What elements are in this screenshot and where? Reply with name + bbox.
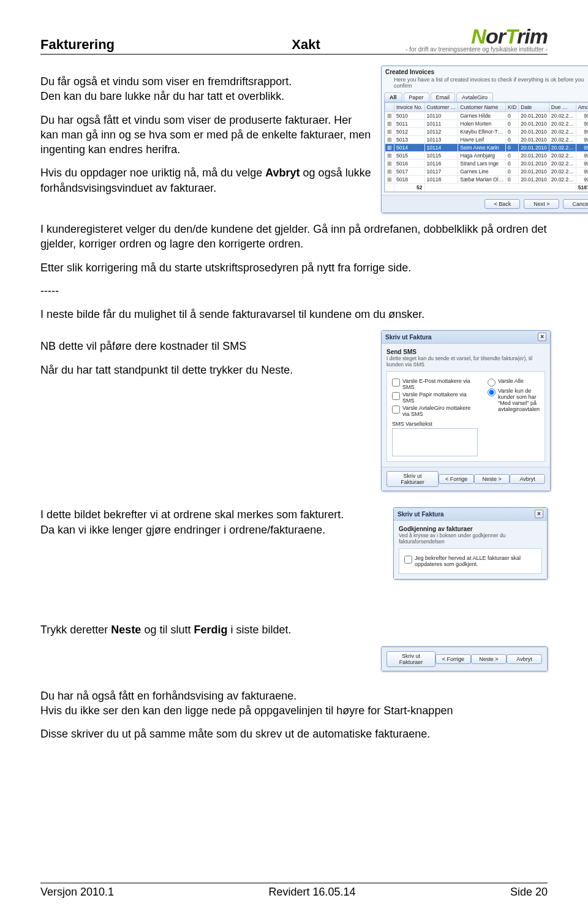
footer-version: Versjon 2010.1 [40, 886, 114, 899]
confirm-checkbox[interactable]: Jeg bekrefter herved at ALLE fakturaer s… [404, 555, 537, 567]
tab-avtalegiro[interactable]: AvtaleGiro [456, 92, 493, 102]
created-invoices-panel: Created Invoices Here you have a list of… [381, 66, 588, 213]
table-row[interactable]: ⊞501610116Strand Lars Inge020.01.201020.… [385, 160, 589, 168]
footer-revised: Revidert 16.05.14 [114, 886, 510, 899]
panel-heading: Created Invoices [385, 69, 588, 75]
send-sms-panel: Skriv ut Faktura × Send SMS I dette steg… [381, 330, 551, 491]
column-header[interactable]: Customer Name [458, 103, 506, 112]
paragraph: ----- [40, 284, 548, 298]
rdo-varsel[interactable]: Varsle kun de kunder som har "Med varsel… [488, 388, 540, 412]
tab-all[interactable]: All [384, 92, 402, 102]
column-header[interactable]: Amount [576, 103, 588, 112]
prev-button[interactable]: < Forrige [435, 654, 471, 664]
paragraph: I dette bildet bekrefter vi at ordrene s… [40, 507, 383, 522]
close-icon[interactable]: × [535, 510, 543, 518]
print-invoices-button[interactable]: Skriv ut Fakturaer [386, 651, 435, 667]
table-row[interactable]: ⊞501010110Garnes Hilde020.01.201020.02.2… [385, 112, 589, 120]
paragraph: Du har også fått et vindu som viser de p… [40, 113, 371, 157]
table-row[interactable]: ⊞501210112Krøybu Ellinor-T…020.01.201020… [385, 128, 589, 136]
confirm-panel: Skriv ut Faktura × Godkjenning av faktur… [393, 507, 548, 579]
invoice-table: Invoice No.Customer …Customer NameKIDDat… [384, 102, 588, 192]
table-row[interactable]: ⊞501310113Havre Leif020.01.201020.02.2…9… [385, 136, 589, 144]
sms-subtext: I dette steget kan du sende et varsel, f… [386, 355, 545, 368]
paragraph: NB dette vil påføre dere kostnader til S… [40, 339, 371, 353]
back-button[interactable]: < Back [484, 199, 520, 209]
paragraph: I neste bilde får du mulighet til å send… [40, 307, 548, 322]
table-row[interactable]: ⊞501110111Holen Morten020.01.201020.02.2… [385, 120, 589, 128]
logo-tagline: - for drift av treningssentere og fysika… [345, 46, 548, 53]
next-button[interactable]: Neste > [471, 654, 507, 664]
total-count: 52 [394, 184, 425, 192]
column-header[interactable]: Invoice No. [394, 103, 425, 112]
chk-epost[interactable]: Varsle E-Post mottakere via SMS [392, 378, 478, 390]
paragraph: Da kan vi ikke lenger gjøre endringer i … [40, 523, 383, 537]
app-name: Xakt [292, 37, 344, 53]
sms-heading: Send SMS [386, 349, 545, 355]
paragraph: Du har nå også fått en forhåndsvising av… [40, 689, 548, 703]
table-row[interactable]: ⊞501710117Garnes Line020.01.201020.02.2…… [385, 168, 589, 176]
next-button[interactable]: Next > [524, 199, 559, 209]
column-header[interactable]: Date [519, 103, 549, 112]
panel-title-text: Skriv ut Faktura [385, 334, 432, 341]
chk-papir[interactable]: Varsle Papir mottakere via SMS [392, 391, 478, 404]
next-button[interactable]: Neste > [474, 474, 510, 484]
footer-page: Side 20 [510, 886, 548, 899]
paragraph: Etter slik korrigering må du starte utsk… [40, 260, 548, 275]
column-header[interactable]: Customer … [424, 103, 458, 112]
paragraph: Trykk deretter Neste og til slutt Ferdig… [40, 622, 548, 637]
panel-title-text: Skriv ut Faktura [398, 511, 444, 518]
prev-button[interactable]: < Forrige [439, 474, 474, 484]
logo: NorTrim - for drift av treningssentere o… [345, 25, 548, 53]
tab-paper[interactable]: Paper [404, 92, 429, 102]
cancel-button[interactable]: Cancel [563, 199, 588, 209]
close-icon[interactable]: × [538, 333, 546, 341]
paragraph: Disse skriver du ut på samme måte som du… [40, 726, 548, 741]
tab-email[interactable]: Email [431, 92, 456, 102]
rdo-alle[interactable]: Varsle Alle [488, 378, 540, 387]
sms-textarea[interactable] [392, 428, 478, 456]
table-row[interactable]: ⊞501810118Sæbø Marian Ol…020.01.201020.0… [385, 176, 589, 184]
print-invoices-button[interactable]: Skriv ut Fakturaer [386, 471, 439, 487]
cancel-button[interactable]: Avbryt [510, 474, 545, 484]
paragraph: Hvis du oppdager noe uriktig nå, må du v… [40, 165, 371, 195]
column-header[interactable] [385, 103, 394, 112]
total-amount: 51870,0 [576, 184, 588, 192]
column-header[interactable]: KID [506, 103, 519, 112]
table-row[interactable]: ⊞501510115Haga Annbjørg020.01.201020.02.… [385, 152, 589, 160]
page-header: Fakturering Xakt NorTrim - for drift av … [40, 25, 548, 55]
paragraph: Du får også et vindu som viser en fremdr… [40, 74, 371, 104]
chk-avtale[interactable]: Varsle AvtaleGiro mottakere via SMS [392, 405, 478, 417]
confirm-subtext: Ved å krysse av i boksen under godkjenne… [399, 532, 542, 545]
column-header[interactable]: Due … [549, 103, 576, 112]
paragraph: Når du har tatt standpunkt til dette try… [40, 363, 371, 377]
sms-text-label: SMS Varseltekst [392, 421, 478, 427]
final-buttons-panel: Skriv ut Fakturaer < Forrige Neste > Avb… [381, 646, 548, 671]
paragraph: I kunderegisteret velger du den/de kunde… [40, 222, 548, 252]
panel-subtext: Here you have a list of created invoices… [385, 75, 588, 92]
page-footer: Versjon 2010.1 Revidert 16.05.14 Side 20 [40, 883, 548, 899]
invoice-tabs: AllPaperEmailAvtaleGiro [382, 92, 588, 102]
confirm-heading: Godkjenning av fakturaer [399, 526, 542, 532]
paragraph: Hvis du ikke ser den kan den ligge nede … [40, 703, 548, 718]
doc-title: Fakturering [40, 37, 115, 53]
table-row[interactable]: ⊞501410114Seim Anne Karin020.01.201020.0… [385, 144, 589, 152]
cancel-button[interactable]: Avbryt [507, 654, 542, 664]
